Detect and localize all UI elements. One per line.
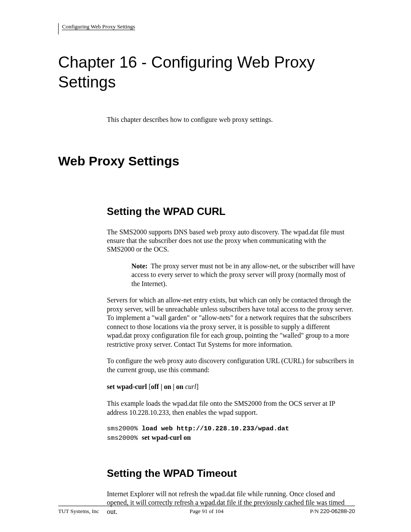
cmd-bracket-close: ]	[196, 383, 199, 390]
note-label: Note:	[131, 262, 147, 270]
footer-pn-value: 220-06288-20	[320, 508, 355, 514]
wpad-curl-para-2: Servers for which an allow-net entry exi…	[107, 296, 355, 349]
cmd-part-curl: curl	[184, 383, 196, 390]
cli-line-2: sms2000% set wpad-curl on	[107, 433, 355, 443]
cmd-bracket-open: [	[147, 383, 151, 390]
footer-center: Page 91 of 104	[157, 508, 256, 515]
wpad-curl-para-3: To configure the web proxy auto discover…	[107, 357, 355, 374]
subsection-wpad-timeout-title: Setting the WPAD Timeout	[107, 467, 355, 479]
wpad-curl-note: Note: The proxy server must not be in an…	[131, 262, 355, 288]
running-head: Configuring Web Proxy Settings	[58, 23, 135, 31]
chapter-title: Chapter 16 - Configuring Web Proxy Setti…	[58, 53, 355, 93]
wpad-curl-command-syntax: set wpad-curl [off | on | on curl]	[107, 383, 355, 391]
footer-left: TUT Systems, Inc	[58, 508, 157, 515]
cli-prompt-2: sms2000%	[107, 435, 142, 442]
cli-cmd-2: set wpad-curl on	[142, 434, 191, 441]
note-body: The proxy server must not be in any allo…	[131, 262, 355, 287]
page-content: Configuring Web Proxy Settings Chapter 1…	[0, 0, 411, 532]
chapter-intro: This chapter describes how to configure …	[107, 116, 355, 124]
subsection-wpad-curl-title: Setting the WPAD CURL	[107, 205, 355, 218]
cli-line-1: sms2000% load web http://10.228.10.233/w…	[107, 425, 355, 433]
footer-right: P/N 220-06288-20	[256, 508, 355, 515]
section-title: Web Proxy Settings	[58, 154, 355, 168]
cli-example-block: sms2000% load web http://10.228.10.233/w…	[107, 425, 355, 442]
cli-cmd-1: load web http://10.228.10.233/wpad.dat	[142, 425, 289, 432]
cmd-part-set: set wpad-curl	[107, 383, 147, 390]
wpad-curl-para-1: The SMS2000 supports DNS based web proxy…	[107, 228, 355, 254]
wpad-curl-para-4: This example loads the wpad.dat file ont…	[107, 399, 355, 417]
page-footer: TUT Systems, Inc Page 91 of 104 P/N 220-…	[58, 506, 355, 515]
running-head-text: Configuring Web Proxy Settings	[62, 23, 135, 30]
cli-prompt-1: sms2000%	[107, 425, 142, 432]
cmd-part-options: off | on | on	[151, 383, 184, 390]
footer-pn-label: P/N	[310, 508, 320, 514]
